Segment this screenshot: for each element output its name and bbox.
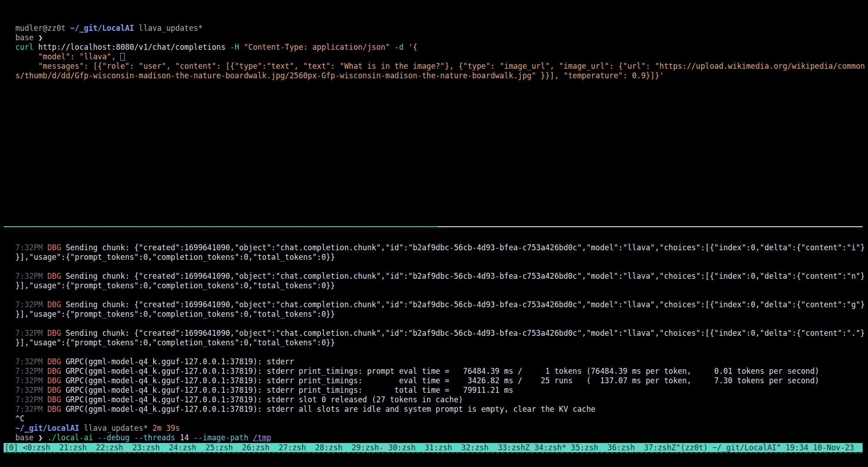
text-segment: GRPC(ggml-model-q4_k.gguf-127.0.0.1:3781…: [66, 386, 513, 395]
prompt-path-line: ~/_git/LocalAI llava_updates* 2m 39s: [15, 424, 868, 433]
text-segment: 7:32PM: [15, 405, 47, 414]
text-segment: --debug --threads: [93, 433, 175, 442]
prompt-line: mudler@zz0t ~/_git/LocalAI llava_updates…: [15, 24, 868, 33]
terminal-screen[interactable]: mudler@zz0t ~/_git/LocalAI llava_updates…: [0, 0, 868, 467]
text-segment: '{: [408, 43, 417, 52]
log-grpc-line: 7:32PM DBG GRPC(ggml-model-q4_k.gguf-127…: [15, 405, 868, 414]
text-segment: Sending chunk: {"created":1699641090,"ob…: [66, 300, 865, 309]
text-segment: Sending chunk: {"created":1699641090,"ob…: [66, 329, 865, 338]
text-segment: 7:32PM: [15, 272, 47, 281]
log-chunk-line: 7:32PM DBG Sending chunk: {"created":169…: [15, 243, 868, 253]
command-line: curl http://localhost:8080/v1/chat/compl…: [15, 43, 868, 52]
text-segment: 7:32PM: [15, 395, 47, 404]
pane-divider-dots: [4, 229, 449, 229]
text-segment: curl: [15, 43, 33, 52]
text-segment: [239, 43, 244, 52]
text-segment: ^C: [15, 414, 24, 423]
text-segment: "messages": [{"role": "user", "content":…: [15, 62, 865, 71]
tmux-window-list[interactable]: [0] <0:zsh 21:zsh 22:zsh 23:zsh 24:zsh 2…: [5, 443, 854, 452]
text-segment: ./local-ai: [47, 433, 93, 442]
text-segment: 7:32PM: [15, 386, 47, 395]
text-segment: }],"usage":{"prompt_tokens":0,"completio…: [15, 310, 335, 319]
text-segment: ❯: [38, 433, 47, 442]
text-segment: 7:32PM: [15, 329, 47, 338]
text-segment: DBG: [47, 357, 66, 366]
sigint-line: ^C: [15, 414, 868, 424]
text-segment: "Content-Type: application/json": [244, 43, 390, 52]
text-segment: GRPC(ggml-model-q4_k.gguf-127.0.0.1:3781…: [66, 357, 294, 366]
text-segment: DBG: [47, 376, 66, 385]
text-segment: base: [15, 433, 38, 442]
text-segment: DBG: [47, 367, 66, 376]
log-grpc-line: 7:32PM DBG GRPC(ggml-model-q4_k.gguf-127…: [15, 357, 868, 367]
log-chunk-wrap: }],"usage":{"prompt_tokens":0,"completio…: [15, 253, 868, 262]
log-grpc-line: 7:32PM DBG GRPC(ggml-model-q4_k.gguf-127…: [15, 367, 868, 376]
text-segment: DBG: [47, 386, 66, 395]
text-segment: Sending chunk: {"created":1699641090,"ob…: [66, 243, 865, 252]
log-pane: 7:32PM DBG Sending chunk: {"created":169…: [15, 243, 868, 443]
text-segment: }],"usage":{"prompt_tokens":0,"completio…: [15, 281, 335, 290]
text-segment: --image-path: [189, 433, 253, 442]
text-segment: "model": "llava",: [15, 52, 120, 61]
tmux-pane-divider: [4, 226, 863, 227]
log-grpc-line: 7:32PM DBG GRPC(ggml-model-q4_k.gguf-127…: [15, 395, 868, 405]
blank-line: [15, 348, 868, 357]
text-segment: s/thumb/d/dd/Gfp-wisconsin-madison-the-n…: [15, 71, 664, 80]
text-cursor: [120, 53, 124, 61]
log-chunk-line: 7:32PM DBG Sending chunk: {"created":169…: [15, 300, 868, 310]
command-line: base ❯ ./local-ai --debug --threads 14 -…: [15, 433, 868, 443]
text-segment: GRPC(ggml-model-q4_k.gguf-127.0.0.1:3781…: [66, 405, 595, 414]
text-segment: ~/_git/LocalAI: [70, 24, 134, 33]
text-segment: 7:32PM: [15, 367, 47, 376]
text-segment: base: [15, 33, 38, 42]
text-segment: /tmp: [253, 433, 271, 442]
log-grpc-line: 7:32PM DBG GRPC(ggml-model-q4_k.gguf-127…: [15, 386, 868, 395]
text-segment: 7:32PM: [15, 357, 47, 366]
text-segment: DBG: [47, 243, 66, 252]
log-grpc-line: 7:32PM DBG GRPC(ggml-model-q4_k.gguf-127…: [15, 376, 868, 386]
text-segment: 7:32PM: [15, 243, 47, 252]
text-segment: ❯: [38, 33, 43, 42]
blank-line: [15, 291, 868, 300]
text-segment: Sending chunk: {"created":1699641090,"ob…: [66, 272, 865, 281]
log-chunk-wrap: }],"usage":{"prompt_tokens":0,"completio…: [15, 338, 868, 348]
prompt-line: base ❯: [15, 33, 868, 43]
log-chunk-line: 7:32PM DBG Sending chunk: {"created":169…: [15, 329, 868, 338]
text-segment: DBG: [47, 329, 66, 338]
blank-line: [15, 262, 868, 272]
text-segment: 14: [175, 433, 189, 442]
text-segment: ~/_git/LocalAI: [15, 424, 79, 433]
text-segment: GRPC(ggml-model-q4_k.gguf-127.0.0.1:3781…: [66, 395, 463, 404]
blank-line: [15, 319, 868, 329]
text-segment: 7:32PM: [15, 376, 47, 385]
text-segment: 7:32PM: [15, 300, 47, 309]
status-bar-underline: [4, 452, 863, 453]
text-segment: http://localhost:8080/v1/chat/completion…: [33, 43, 230, 52]
text-segment: GRPC(ggml-model-q4_k.gguf-127.0.0.1:3781…: [66, 376, 819, 385]
text-segment: GRPC(ggml-model-q4_k.gguf-127.0.0.1:3781…: [66, 367, 819, 376]
text-segment: -H: [230, 43, 239, 52]
command-json-line: "messages": [{"role": "user", "content":…: [15, 62, 868, 71]
text-segment: DBG: [47, 405, 66, 414]
command-json-line: "model": "llava",: [15, 52, 868, 62]
text-segment: [390, 43, 395, 52]
text-segment: }],"usage":{"prompt_tokens":0,"completio…: [15, 253, 335, 262]
text-segment: llava_updates*: [79, 424, 152, 433]
text-segment: 2m 39s: [152, 424, 180, 433]
text-segment: [404, 43, 408, 52]
pane-divider-inactive-segment: [437, 226, 863, 227]
log-chunk-wrap: }],"usage":{"prompt_tokens":0,"completio…: [15, 310, 868, 319]
command-json-line: s/thumb/d/dd/Gfp-wisconsin-madison-the-n…: [15, 71, 868, 81]
pane-divider-active-segment: [4, 226, 437, 227]
log-chunk-line: 7:32PM DBG Sending chunk: {"created":169…: [15, 272, 868, 281]
text-segment: DBG: [47, 395, 66, 404]
text-segment: }],"usage":{"prompt_tokens":0,"completio…: [15, 338, 335, 347]
log-chunk-wrap: }],"usage":{"prompt_tokens":0,"completio…: [15, 281, 868, 291]
text-segment: DBG: [47, 300, 66, 309]
text-segment: llava_updates*: [134, 24, 203, 33]
tmux-status-bar[interactable]: [0] <0:zsh 21:zsh 22:zsh 23:zsh 24:zsh 2…: [4, 443, 863, 452]
text-segment: -d: [395, 43, 404, 52]
shell-pane: mudler@zz0t ~/_git/LocalAI llava_updates…: [15, 24, 868, 81]
text-segment: DBG: [47, 272, 66, 281]
text-segment: mudler@zz0t: [15, 24, 70, 33]
